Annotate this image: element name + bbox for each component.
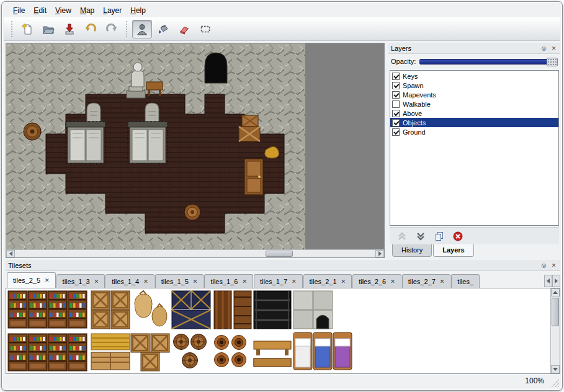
- layer-label: Keys: [403, 73, 418, 80]
- tabs-scroll-left-icon[interactable]: [544, 275, 552, 287]
- duplicate-layer-icon[interactable]: [434, 231, 444, 241]
- tileset-image[interactable]: [7, 289, 549, 373]
- layers-panel-titlebar: Layers ◎ ✕: [388, 43, 560, 54]
- layer-visibility-checkbox[interactable]: [392, 82, 400, 89]
- tileset-view: [6, 288, 560, 374]
- gate-object: [128, 122, 168, 163]
- menu-file[interactable]: File: [9, 5, 29, 16]
- tab-layers[interactable]: Layers: [433, 244, 473, 257]
- eraser-icon: [178, 23, 190, 35]
- close-panel-icon[interactable]: ✕: [550, 261, 558, 269]
- layer-visibility-checkbox[interactable]: [392, 100, 400, 108]
- resize-grip[interactable]: [550, 378, 559, 387]
- tileset-tab[interactable]: tiles_1_5 ✕: [155, 274, 204, 288]
- open-button[interactable]: [38, 20, 58, 38]
- map-horizontal-scrollbar[interactable]: [6, 249, 384, 257]
- scroll-right-icon[interactable]: [375, 250, 384, 257]
- menu-map[interactable]: Map: [76, 5, 99, 16]
- scroll-down-icon[interactable]: [551, 365, 560, 373]
- layer-row[interactable]: Mapevents: [390, 90, 558, 99]
- opacity-label: Opacity:: [391, 58, 416, 65]
- tileset-tab[interactable]: tiles_2_1 ✕: [303, 274, 352, 288]
- layer-row[interactable]: Walkable: [390, 99, 558, 109]
- save-icon: [63, 23, 76, 35]
- save-button[interactable]: [60, 20, 79, 38]
- layer-visibility-checkbox[interactable]: [392, 110, 400, 117]
- layer-label: Above: [403, 110, 422, 117]
- fill-button[interactable]: [153, 20, 173, 38]
- close-tab-icon[interactable]: ✕: [440, 278, 445, 285]
- menu-edit[interactable]: Edit: [29, 5, 51, 16]
- barrel-object: [24, 123, 41, 140]
- layer-row-selected[interactable]: Objects: [390, 118, 558, 127]
- layer-visibility-checkbox[interactable]: [392, 128, 400, 136]
- move-layer-up-icon[interactable]: [397, 231, 407, 241]
- layer-list: Keys Spawn Mapevents Walkable Above Obje…: [390, 70, 559, 226]
- close-tab-icon[interactable]: ✕: [45, 277, 50, 283]
- hscroll-thumb[interactable]: [266, 251, 293, 257]
- close-tab-icon[interactable]: ✕: [193, 278, 198, 285]
- layer-row[interactable]: Spawn: [390, 81, 558, 90]
- layer-row[interactable]: Ground: [390, 127, 558, 136]
- undo-icon: [84, 23, 97, 35]
- float-panel-icon[interactable]: ◎: [540, 261, 548, 269]
- tileset-tab[interactable]: tiles_1_4 ✕: [105, 274, 154, 288]
- tileset-tab-label: tiles_2_1: [310, 278, 337, 285]
- layer-row[interactable]: Above: [390, 109, 558, 118]
- redo-icon: [105, 23, 118, 35]
- eraser-button[interactable]: [174, 20, 194, 38]
- barrel-object: [184, 204, 200, 220]
- float-panel-icon[interactable]: ◎: [540, 44, 548, 52]
- tileset-tab[interactable]: tiles_2_7 ✕: [402, 274, 451, 288]
- tileset-tab[interactable]: tiles_1_7 ✕: [254, 274, 303, 288]
- crates-object: [239, 115, 260, 141]
- opacity-slider-handle[interactable]: [547, 58, 558, 66]
- close-tab-icon[interactable]: ✕: [242, 278, 247, 285]
- menu-help[interactable]: Help: [126, 5, 150, 16]
- layer-visibility-checkbox[interactable]: [392, 73, 400, 80]
- map-canvas[interactable]: [6, 43, 384, 249]
- toolbar-grip[interactable]: [11, 21, 14, 37]
- layer-label: Walkable: [403, 100, 431, 108]
- dock-tabs: History Layers: [388, 244, 560, 258]
- tileset-vertical-scrollbar[interactable]: [550, 288, 560, 373]
- delete-layer-icon[interactable]: [453, 231, 463, 241]
- menu-view[interactable]: View: [51, 5, 76, 16]
- redo-button[interactable]: [102, 20, 122, 38]
- toolbar: [4, 17, 560, 41]
- layer-visibility-checkbox[interactable]: [392, 91, 400, 99]
- close-tab-icon[interactable]: ✕: [341, 278, 346, 285]
- layers-panel-title: Layers: [391, 45, 538, 52]
- scroll-up-icon[interactable]: [551, 288, 560, 296]
- new-button[interactable]: [17, 20, 37, 38]
- layer-label: Ground: [403, 128, 426, 136]
- close-tab-icon[interactable]: ✕: [94, 278, 99, 285]
- tileset-tab[interactable]: tiles_1_6 ✕: [204, 274, 253, 288]
- tab-history[interactable]: History: [392, 244, 432, 257]
- tileset-tab[interactable]: tiles_1_3 ✕: [56, 274, 105, 288]
- close-tab-icon[interactable]: ✕: [143, 278, 148, 285]
- layer-row[interactable]: Keys: [390, 71, 558, 81]
- tab-scroll-arrows: [544, 275, 560, 287]
- select-button[interactable]: [195, 20, 215, 38]
- menubar: File Edit View Map Layer Help: [4, 4, 560, 17]
- close-tab-icon[interactable]: ✕: [390, 278, 395, 285]
- vscroll-thumb[interactable]: [552, 298, 559, 326]
- move-layer-down-icon[interactable]: [416, 231, 426, 241]
- menu-layer[interactable]: Layer: [99, 5, 126, 16]
- tileset-tab[interactable]: tiles_2_6 ✕: [352, 274, 401, 288]
- tileset-tab[interactable]: tiles_2_5 ✕: [7, 272, 56, 288]
- close-panel-icon[interactable]: ✕: [550, 44, 558, 52]
- layer-visibility-checkbox[interactable]: [392, 119, 400, 127]
- tilesets-panel-titlebar: Tilesets ◎ ✕: [6, 260, 560, 271]
- tileset-tab[interactable]: tiles_: [451, 274, 480, 288]
- undo-button[interactable]: [81, 20, 101, 38]
- toolbar-grip[interactable]: [125, 21, 128, 37]
- character-stamp-button[interactable]: [132, 20, 152, 38]
- opacity-slider[interactable]: [419, 59, 558, 65]
- scroll-left-icon[interactable]: [6, 250, 15, 257]
- tabs-scroll-right-icon[interactable]: [552, 275, 560, 287]
- map-viewport: [6, 43, 385, 258]
- tileset-tab-label: tiles_2_7: [408, 278, 436, 285]
- close-tab-icon[interactable]: ✕: [292, 278, 297, 285]
